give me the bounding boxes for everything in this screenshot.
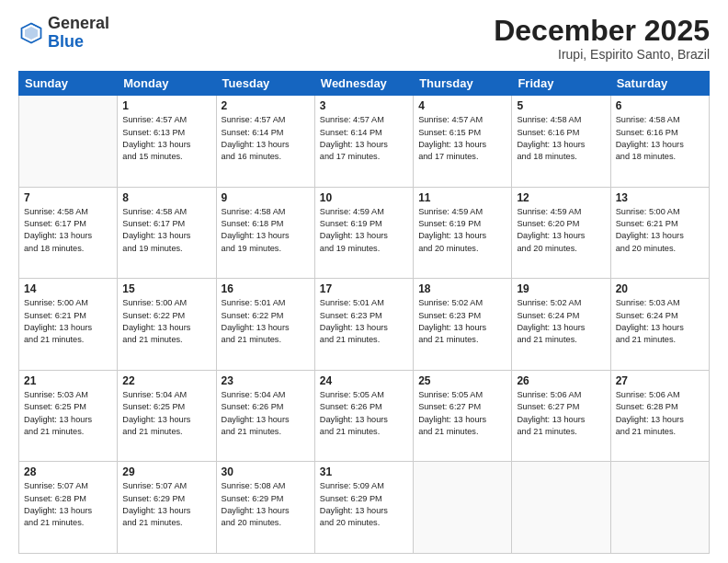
day-number: 8 xyxy=(122,191,210,204)
calendar-week-row: 14Sunrise: 5:00 AM Sunset: 6:21 PM Dayli… xyxy=(19,279,710,371)
day-info: Sunrise: 5:07 AM Sunset: 6:28 PM Dayligh… xyxy=(24,480,112,529)
day-info: Sunrise: 5:04 AM Sunset: 6:25 PM Dayligh… xyxy=(122,389,210,438)
day-number: 30 xyxy=(222,465,310,478)
table-row: 27Sunrise: 5:06 AM Sunset: 6:28 PM Dayli… xyxy=(610,370,709,462)
table-row: 11Sunrise: 4:59 AM Sunset: 6:19 PM Dayli… xyxy=(414,187,512,279)
header-thursday: Thursday xyxy=(414,72,512,96)
day-info: Sunrise: 4:59 AM Sunset: 6:20 PM Dayligh… xyxy=(517,206,605,255)
day-info: Sunrise: 5:02 AM Sunset: 6:24 PM Dayligh… xyxy=(517,297,605,346)
header-sunday: Sunday xyxy=(19,72,118,96)
day-info: Sunrise: 5:02 AM Sunset: 6:23 PM Dayligh… xyxy=(418,297,506,346)
table-row: 19Sunrise: 5:02 AM Sunset: 6:24 PM Dayli… xyxy=(512,279,610,371)
day-number: 17 xyxy=(320,282,408,295)
table-row xyxy=(414,462,512,554)
day-number: 1 xyxy=(122,99,210,112)
day-number: 15 xyxy=(122,282,210,295)
day-info: Sunrise: 5:00 AM Sunset: 6:22 PM Dayligh… xyxy=(122,297,210,346)
table-row: 31Sunrise: 5:09 AM Sunset: 6:29 PM Dayli… xyxy=(314,462,413,554)
day-number: 19 xyxy=(517,282,605,295)
day-number: 20 xyxy=(616,282,704,295)
day-number: 4 xyxy=(418,99,506,112)
svg-marker-1 xyxy=(25,27,38,40)
month-title: December 2025 xyxy=(494,15,710,47)
table-row: 2Sunrise: 4:57 AM Sunset: 6:14 PM Daylig… xyxy=(216,96,314,188)
day-number: 26 xyxy=(517,374,605,387)
table-row: 8Sunrise: 4:58 AM Sunset: 6:17 PM Daylig… xyxy=(118,187,216,279)
table-row xyxy=(610,462,709,554)
calendar-week-row: 28Sunrise: 5:07 AM Sunset: 6:28 PM Dayli… xyxy=(19,462,710,554)
table-row: 14Sunrise: 5:00 AM Sunset: 6:21 PM Dayli… xyxy=(19,279,118,371)
day-info: Sunrise: 4:58 AM Sunset: 6:17 PM Dayligh… xyxy=(122,206,210,255)
day-info: Sunrise: 5:01 AM Sunset: 6:23 PM Dayligh… xyxy=(320,297,408,346)
calendar-table: Sunday Monday Tuesday Wednesday Thursday… xyxy=(18,71,710,554)
weekday-header-row: Sunday Monday Tuesday Wednesday Thursday… xyxy=(19,72,710,96)
table-row: 18Sunrise: 5:02 AM Sunset: 6:23 PM Dayli… xyxy=(414,279,512,371)
logo-blue: Blue xyxy=(48,32,84,51)
table-row: 13Sunrise: 5:00 AM Sunset: 6:21 PM Dayli… xyxy=(610,187,709,279)
day-number: 16 xyxy=(222,282,310,295)
location-subtitle: Irupi, Espirito Santo, Brazil xyxy=(494,47,710,62)
header-saturday: Saturday xyxy=(610,72,709,96)
day-info: Sunrise: 5:04 AM Sunset: 6:26 PM Dayligh… xyxy=(222,389,310,438)
header-friday: Friday xyxy=(512,72,610,96)
day-info: Sunrise: 5:00 AM Sunset: 6:21 PM Dayligh… xyxy=(616,206,704,255)
table-row xyxy=(19,96,118,188)
table-row: 21Sunrise: 5:03 AM Sunset: 6:25 PM Dayli… xyxy=(19,370,118,462)
day-number: 18 xyxy=(418,282,506,295)
table-row: 9Sunrise: 4:58 AM Sunset: 6:18 PM Daylig… xyxy=(216,187,314,279)
calendar-week-row: 7Sunrise: 4:58 AM Sunset: 6:17 PM Daylig… xyxy=(19,187,710,279)
day-number: 6 xyxy=(616,99,704,112)
table-row: 29Sunrise: 5:07 AM Sunset: 6:29 PM Dayli… xyxy=(118,462,216,554)
table-row: 30Sunrise: 5:08 AM Sunset: 6:29 PM Dayli… xyxy=(216,462,314,554)
day-number: 14 xyxy=(24,282,112,295)
day-info: Sunrise: 5:00 AM Sunset: 6:21 PM Dayligh… xyxy=(24,297,112,346)
logo-icon xyxy=(18,20,44,46)
table-row: 20Sunrise: 5:03 AM Sunset: 6:24 PM Dayli… xyxy=(610,279,709,371)
day-info: Sunrise: 5:06 AM Sunset: 6:27 PM Dayligh… xyxy=(517,389,605,438)
table-row: 6Sunrise: 4:58 AM Sunset: 6:16 PM Daylig… xyxy=(610,96,709,188)
day-info: Sunrise: 4:58 AM Sunset: 6:18 PM Dayligh… xyxy=(222,206,310,255)
day-number: 3 xyxy=(320,99,408,112)
day-info: Sunrise: 4:57 AM Sunset: 6:13 PM Dayligh… xyxy=(122,114,210,163)
table-row: 4Sunrise: 4:57 AM Sunset: 6:15 PM Daylig… xyxy=(414,96,512,188)
page: General Blue December 2025 Irupi, Espiri… xyxy=(0,0,728,563)
table-row: 15Sunrise: 5:00 AM Sunset: 6:22 PM Dayli… xyxy=(118,279,216,371)
table-row: 5Sunrise: 4:58 AM Sunset: 6:16 PM Daylig… xyxy=(512,96,610,188)
day-info: Sunrise: 4:57 AM Sunset: 6:15 PM Dayligh… xyxy=(418,114,506,163)
day-number: 10 xyxy=(320,191,408,204)
day-info: Sunrise: 5:05 AM Sunset: 6:26 PM Dayligh… xyxy=(320,389,408,438)
day-info: Sunrise: 5:06 AM Sunset: 6:28 PM Dayligh… xyxy=(616,389,704,438)
table-row: 28Sunrise: 5:07 AM Sunset: 6:28 PM Dayli… xyxy=(19,462,118,554)
header-monday: Monday xyxy=(118,72,216,96)
table-row xyxy=(512,462,610,554)
logo-general: General xyxy=(48,14,109,32)
table-row: 10Sunrise: 4:59 AM Sunset: 6:19 PM Dayli… xyxy=(314,187,413,279)
day-info: Sunrise: 5:07 AM Sunset: 6:29 PM Dayligh… xyxy=(122,480,210,529)
day-number: 25 xyxy=(418,374,506,387)
table-row: 26Sunrise: 5:06 AM Sunset: 6:27 PM Dayli… xyxy=(512,370,610,462)
header: General Blue December 2025 Irupi, Espiri… xyxy=(18,15,710,62)
day-info: Sunrise: 5:03 AM Sunset: 6:24 PM Dayligh… xyxy=(616,297,704,346)
logo: General Blue xyxy=(18,15,109,52)
table-row: 1Sunrise: 4:57 AM Sunset: 6:13 PM Daylig… xyxy=(118,96,216,188)
day-number: 21 xyxy=(24,374,112,387)
day-number: 5 xyxy=(517,99,605,112)
day-info: Sunrise: 4:59 AM Sunset: 6:19 PM Dayligh… xyxy=(418,206,506,255)
day-info: Sunrise: 5:09 AM Sunset: 6:29 PM Dayligh… xyxy=(320,480,408,529)
day-number: 23 xyxy=(222,374,310,387)
table-row: 24Sunrise: 5:05 AM Sunset: 6:26 PM Dayli… xyxy=(314,370,413,462)
table-row: 16Sunrise: 5:01 AM Sunset: 6:22 PM Dayli… xyxy=(216,279,314,371)
day-info: Sunrise: 4:59 AM Sunset: 6:19 PM Dayligh… xyxy=(320,206,408,255)
header-tuesday: Tuesday xyxy=(216,72,314,96)
day-number: 24 xyxy=(320,374,408,387)
day-info: Sunrise: 4:57 AM Sunset: 6:14 PM Dayligh… xyxy=(222,114,310,163)
table-row: 22Sunrise: 5:04 AM Sunset: 6:25 PM Dayli… xyxy=(118,370,216,462)
day-info: Sunrise: 4:58 AM Sunset: 6:16 PM Dayligh… xyxy=(616,114,704,163)
day-number: 29 xyxy=(122,465,210,478)
table-row: 25Sunrise: 5:05 AM Sunset: 6:27 PM Dayli… xyxy=(414,370,512,462)
day-number: 31 xyxy=(320,465,408,478)
day-number: 27 xyxy=(616,374,704,387)
table-row: 12Sunrise: 4:59 AM Sunset: 6:20 PM Dayli… xyxy=(512,187,610,279)
day-number: 11 xyxy=(418,191,506,204)
day-number: 22 xyxy=(122,374,210,387)
